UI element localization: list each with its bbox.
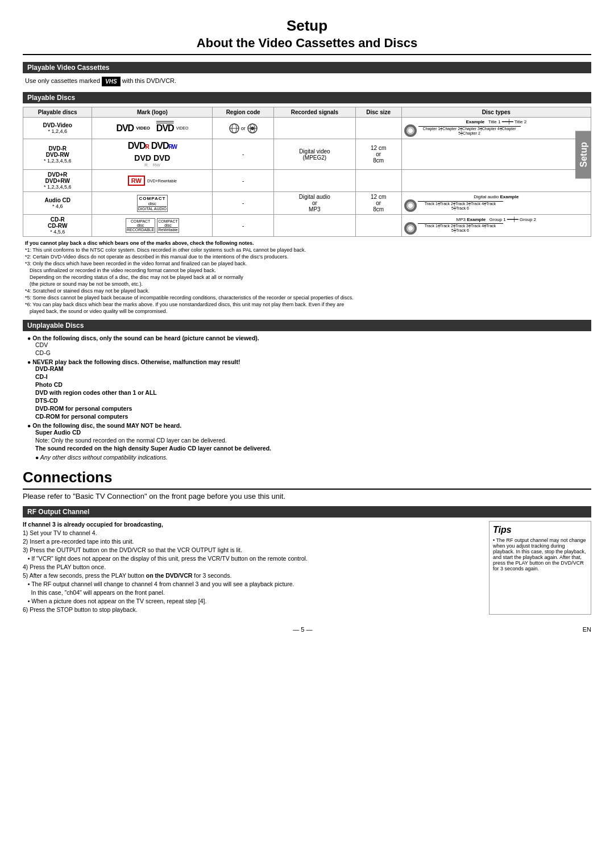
connections-title: Connections xyxy=(23,469,591,490)
page-footer: — 5 — EN xyxy=(23,626,591,633)
footnote-5: *5: Some discs cannot be played back bec… xyxy=(25,295,591,301)
footnotes: If you cannot play back a disc which bea… xyxy=(23,240,591,314)
footnote-6b: played back, the sound or video quality … xyxy=(25,308,591,314)
sub-item: CD-I xyxy=(27,373,591,380)
sub-item: DVD-RAM xyxy=(27,365,591,372)
rf-step: 5) After a few seconds, press the PLAY b… xyxy=(23,572,480,579)
col-mark: Mark (logo) xyxy=(92,107,213,118)
disc-signals: Digital video(MPEG2) xyxy=(273,139,355,170)
connections-section: Connections Please refer to "Basic TV Co… xyxy=(23,469,591,615)
rf-step: If channel 3 is already occupied for bro… xyxy=(23,521,480,528)
table-row: DVD-Video * 1,2,4,6 DVD VIDEO DVD VIDEO xyxy=(23,118,591,139)
disc-mark: COMPACT disc DIGITAL AUDIO xyxy=(92,192,213,215)
page-subtitle: About the Video Cassettes and Discs xyxy=(23,36,591,55)
footnote-4: *4: Scratched or stained discs may not b… xyxy=(25,288,591,294)
list-item: NEVER play back the following discs. Oth… xyxy=(27,358,591,420)
page-title: Setup xyxy=(23,17,591,35)
any-other-discs: ● Any other discs without compatibility … xyxy=(27,454,591,461)
cassettes-text: Use only cassettes marked VHS with this … xyxy=(23,77,591,86)
sub-item: Super Audio CD xyxy=(27,429,591,436)
disc-size xyxy=(355,118,401,139)
disc-region: - xyxy=(213,170,274,192)
rf-content: If channel 3 is already occupied for bro… xyxy=(23,521,591,615)
list-item: On the following disc, the sound MAY NOT… xyxy=(27,422,591,452)
footnote-1: *1: This unit conforms to the NTSC color… xyxy=(25,247,591,253)
col-signals: Recorded signals xyxy=(273,107,355,118)
rf-step: 6) Press the STOP button to stop playbac… xyxy=(23,606,480,613)
col-playable: Playable discs xyxy=(23,107,92,118)
sub-item: Note: Only the sound recorded on the nor… xyxy=(27,437,591,444)
footnote-bold: If you cannot play back a disc which bea… xyxy=(25,240,591,246)
disc-signals xyxy=(273,118,355,139)
cassettes-header: Playable Video Cassettes xyxy=(23,62,591,73)
footnote-3d: (the picture or sound may be not be smoo… xyxy=(25,281,591,287)
unplayable-list: On the following discs, only the sound c… xyxy=(23,335,591,461)
sub-item: DVD-ROM for personal computers xyxy=(27,405,591,412)
disc-types xyxy=(401,170,591,192)
disc-types: MP3 Example Group 1 ━━┿━ Group 2 Track 1… xyxy=(401,215,591,237)
rf-main: If channel 3 is already occupied for bro… xyxy=(23,521,480,615)
col-types: Disc types xyxy=(401,107,591,118)
footnote-2: *2: Certain DVD-Video discs do not opera… xyxy=(25,254,591,260)
vhs-logo: VHS xyxy=(102,77,121,86)
disc-signals xyxy=(273,170,355,192)
discs-table: Playable discs Mark (logo) Region code R… xyxy=(23,107,591,237)
table-row: Audio CD * 4,6 COMPACT disc DIGITAL AUDI… xyxy=(23,192,591,215)
disc-types xyxy=(401,139,591,170)
sub-item: CDV xyxy=(27,341,591,348)
disc-mark: DVD VIDEO DVD VIDEO xyxy=(92,118,213,139)
disc-mark: DVDR DVDRW DVD DVD R RW xyxy=(92,139,213,170)
rf-step: 3) Press the OUTPUT button on the DVD/VC… xyxy=(23,546,480,553)
rf-step: • If "VCR" light does not appear on the … xyxy=(23,555,480,562)
disc-region: - xyxy=(213,215,274,237)
connections-subtitle: Please refer to "Basic TV Connection" on… xyxy=(23,492,591,500)
sub-item: DVD with region codes other than 1 or AL… xyxy=(27,389,591,396)
list-item: On the following discs, only the sound c… xyxy=(27,335,591,356)
disc-name: DVD+RDVD+RW * 1,2,3,4,5,6 xyxy=(23,170,92,192)
tips-title: Tips xyxy=(493,525,587,535)
rf-header: RF Output Channel xyxy=(23,506,591,518)
footnote-3b: Discs unfinalized or recorded in the vid… xyxy=(25,268,591,273)
footnote-3a: *3: Only the discs which have been recor… xyxy=(25,261,591,266)
rf-step: In this case, "ch04" will appears on the… xyxy=(23,589,480,596)
disc-region: or xyxy=(213,118,274,139)
tips-box: Tips • The RF output channel may not cha… xyxy=(489,521,591,615)
disc-size xyxy=(355,170,401,192)
col-region: Region code xyxy=(213,107,274,118)
disc-size: 12 cmor8cm xyxy=(355,139,401,170)
page-number: — 5 — xyxy=(293,626,312,633)
globe-icon-2 xyxy=(247,123,258,133)
rf-step: 2) Insert a pre-recorded tape into this … xyxy=(23,538,480,545)
sub-item: CD-ROM for personal computers xyxy=(27,413,591,420)
sub-item: DTS-CD xyxy=(27,397,591,404)
rf-step: • The RF output channel will change to c… xyxy=(23,581,480,587)
tips-text: • The RF output channel may not change w… xyxy=(493,537,587,571)
disc-name: DVD-Video * 1,2,4,6 xyxy=(23,118,92,139)
disc-name: CD-RCD-RW * 4,5,6 xyxy=(23,215,92,237)
discs-header: Playable Discs xyxy=(23,92,591,103)
footnote-6: *6: You can play back discs which bear t… xyxy=(25,302,591,307)
sub-item: Photo CD xyxy=(27,381,591,388)
unplayable-header: Unplayable Discs xyxy=(23,320,591,331)
svg-point-6 xyxy=(251,127,254,130)
unplayable-section: Unplayable Discs On the following discs,… xyxy=(23,320,591,461)
col-size: Disc size xyxy=(355,107,401,118)
disc-signals: Digital audioorMP3 xyxy=(273,192,355,215)
side-tab: Setup xyxy=(575,131,591,178)
rf-step: 4) Press the PLAY button once. xyxy=(23,564,480,570)
discs-section: Playable Discs Playable discs Mark (logo… xyxy=(23,92,591,237)
rf-step: 1) Set your TV to channel 4. xyxy=(23,529,480,536)
sub-item: CD-G xyxy=(27,349,591,356)
disc-types: Example Title 1 ━━┿━ Title 2 Chapter 1┿C… xyxy=(401,118,591,139)
disc-types: Digital audio Example Track 1┿Track 2┿Tr… xyxy=(401,192,591,215)
globe-icon xyxy=(229,123,239,133)
disc-mark: COMPACTdiscRECORDABLE COMPACTdiscReWrita… xyxy=(92,215,213,237)
table-row: DVD+RDVD+RW * 1,2,3,4,5,6 RW DVD+Rewrita… xyxy=(23,170,591,192)
disc-signals xyxy=(273,215,355,237)
table-row: CD-RCD-RW * 4,5,6 COMPACTdiscRECORDABLE … xyxy=(23,215,591,237)
disc-region: - xyxy=(213,139,274,170)
table-row: DVD-RDVD-RW * 1,2,3,4,5,6 DVDR DVDRW xyxy=(23,139,591,170)
disc-size: 12 cmor8cm xyxy=(355,192,401,215)
footnote-3c: Depending on the recording status of a d… xyxy=(25,274,591,280)
disc-region: - xyxy=(213,192,274,215)
